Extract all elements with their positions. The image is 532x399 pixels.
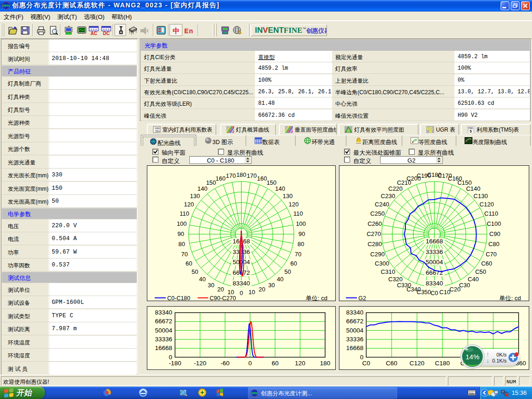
svg-text:C110: C110 bbox=[484, 210, 498, 217]
svg-text:120: 120 bbox=[184, 201, 194, 208]
svg-text:C30: C30 bbox=[459, 282, 470, 289]
svg-text:170: 170 bbox=[226, 172, 236, 179]
svg-text:180: 180 bbox=[236, 171, 247, 178]
svg-text:C60: C60 bbox=[481, 260, 492, 267]
svg-text:83340: 83340 bbox=[346, 309, 363, 316]
svg-text:C120: C120 bbox=[479, 201, 494, 208]
svg-text:AC: AC bbox=[91, 31, 97, 36]
svg-text:C180: C180 bbox=[435, 360, 450, 367]
svg-text:C40: C40 bbox=[468, 276, 479, 283]
svg-text:0: 0 bbox=[248, 360, 252, 367]
svg-text:33336: 33336 bbox=[346, 336, 363, 343]
svg-text:54: 54 bbox=[157, 130, 160, 133]
svg-text:70: 70 bbox=[295, 251, 301, 258]
svg-text:33336: 33336 bbox=[155, 336, 172, 343]
svg-text:60: 60 bbox=[272, 360, 278, 367]
svg-text:60: 60 bbox=[290, 260, 297, 267]
svg-text:C80: C80 bbox=[489, 241, 500, 248]
svg-text:66672: 66672 bbox=[346, 318, 363, 325]
svg-text:单位: cd: 单位: cd bbox=[306, 295, 327, 301]
svg-text:120: 120 bbox=[289, 201, 299, 208]
svg-text:83340: 83340 bbox=[155, 309, 172, 316]
svg-text:DC: DC bbox=[103, 31, 109, 36]
svg-text:R: R bbox=[429, 129, 432, 133]
svg-text:120: 120 bbox=[295, 360, 306, 367]
svg-text:50004: 50004 bbox=[346, 327, 363, 334]
svg-text:33336: 33336 bbox=[233, 248, 250, 255]
svg-text:110: 110 bbox=[293, 210, 303, 217]
svg-text:C260: C260 bbox=[368, 220, 382, 227]
svg-text:170: 170 bbox=[247, 172, 257, 179]
svg-text:C300: C300 bbox=[375, 260, 389, 267]
svg-text:130: 130 bbox=[283, 193, 293, 200]
svg-text:C280: C280 bbox=[368, 241, 382, 248]
svg-text:C290: C290 bbox=[370, 251, 385, 258]
svg-text:100: 100 bbox=[177, 220, 187, 227]
svg-text:C50: C50 bbox=[475, 268, 486, 275]
svg-text:50: 50 bbox=[284, 268, 291, 275]
svg-text:66672: 66672 bbox=[155, 318, 172, 325]
svg-text:C90-C270: C90-C270 bbox=[210, 295, 236, 301]
svg-text:16668: 16668 bbox=[346, 345, 363, 351]
svg-text:C220: C220 bbox=[388, 185, 403, 192]
svg-text:30: 30 bbox=[268, 282, 275, 289]
svg-text:C230: C230 bbox=[381, 193, 395, 200]
svg-text:100: 100 bbox=[296, 220, 306, 227]
svg-text:单位: cd: 单位: cd bbox=[499, 295, 521, 301]
svg-text:C70: C70 bbox=[486, 251, 497, 258]
svg-text:150: 150 bbox=[266, 179, 277, 186]
svg-text:20: 20 bbox=[217, 286, 224, 293]
svg-text:10: 10 bbox=[228, 289, 234, 296]
svg-text:83340: 83340 bbox=[426, 280, 443, 287]
svg-text:-180: -180 bbox=[169, 360, 181, 367]
svg-text:16668: 16668 bbox=[426, 238, 443, 245]
svg-text:C60: C60 bbox=[386, 360, 398, 367]
svg-text:C140: C140 bbox=[466, 185, 480, 192]
svg-text:C250: C250 bbox=[370, 210, 385, 217]
svg-text:C0: C0 bbox=[430, 290, 438, 296]
svg-text:5: 5 bbox=[470, 129, 472, 133]
svg-text:130: 130 bbox=[190, 193, 200, 200]
svg-text:C120: C120 bbox=[410, 360, 424, 367]
svg-text:30: 30 bbox=[208, 282, 214, 289]
svg-text:140: 140 bbox=[197, 185, 207, 192]
svg-text:C310: C310 bbox=[381, 268, 395, 275]
svg-text:C100: C100 bbox=[487, 220, 501, 227]
svg-text:C240: C240 bbox=[375, 201, 389, 208]
svg-text:GPH: GPH bbox=[251, 392, 258, 395]
svg-text:14%: 14% bbox=[466, 353, 479, 361]
svg-text:G2: G2 bbox=[358, 295, 366, 301]
svg-text:40: 40 bbox=[199, 276, 206, 283]
svg-text:C0-C180: C0-C180 bbox=[167, 295, 190, 301]
svg-text:C10: C10 bbox=[439, 289, 450, 296]
svg-text:160: 160 bbox=[216, 175, 226, 182]
svg-text:50004: 50004 bbox=[233, 259, 250, 266]
svg-text:16668: 16668 bbox=[155, 345, 172, 351]
svg-text:90: 90 bbox=[177, 230, 184, 237]
svg-text:60: 60 bbox=[186, 260, 192, 267]
svg-text:140: 140 bbox=[275, 185, 285, 192]
svg-text:80: 80 bbox=[297, 241, 304, 248]
svg-text:70: 70 bbox=[181, 251, 187, 258]
svg-text:50004: 50004 bbox=[426, 259, 443, 266]
svg-text:50: 50 bbox=[192, 268, 198, 275]
svg-text:GPH: GPH bbox=[2, 4, 9, 7]
svg-text:50004: 50004 bbox=[155, 327, 172, 334]
svg-text:GPH: GPH bbox=[223, 31, 228, 34]
svg-text:180: 180 bbox=[320, 360, 331, 367]
svg-text:C0: C0 bbox=[362, 360, 370, 367]
svg-text:C90: C90 bbox=[490, 230, 501, 237]
svg-text:0: 0 bbox=[240, 290, 243, 296]
svg-text:-120: -120 bbox=[194, 360, 206, 367]
svg-text:20: 20 bbox=[259, 286, 265, 293]
svg-text:C270: C270 bbox=[367, 230, 381, 237]
svg-text:GPH: GPH bbox=[66, 32, 71, 35]
svg-text:10: 10 bbox=[248, 289, 255, 296]
svg-text:160: 160 bbox=[257, 175, 267, 182]
svg-text:110: 110 bbox=[180, 210, 189, 217]
svg-text:C130: C130 bbox=[473, 193, 488, 200]
svg-text:-60: -60 bbox=[221, 360, 230, 367]
svg-text:90: 90 bbox=[298, 230, 305, 237]
svg-text:40: 40 bbox=[277, 276, 283, 283]
svg-text:150: 150 bbox=[206, 179, 216, 186]
